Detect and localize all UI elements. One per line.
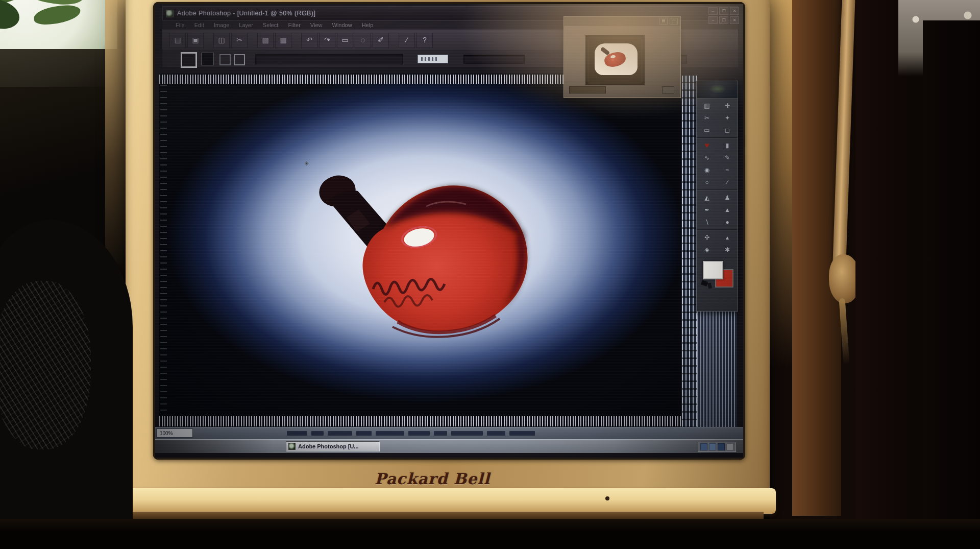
- smudge-tool-icon[interactable]: ≈: [717, 164, 738, 176]
- palette-close-icon[interactable]: ◠: [670, 18, 678, 25]
- option-square-1[interactable]: [219, 54, 231, 65]
- navigator-thumbnail[interactable]: [589, 39, 641, 82]
- menu-view[interactable]: View: [310, 22, 323, 28]
- draw-icon[interactable]: ✐: [373, 33, 389, 48]
- dodge-tool-icon[interactable]: ◭: [697, 192, 717, 204]
- option-field-2[interactable]: [463, 55, 525, 64]
- default-colors-icon[interactable]: [707, 282, 712, 289]
- option-value-box-1[interactable]: [418, 55, 448, 63]
- fill-swatch[interactable]: [201, 53, 214, 65]
- red-stamp-image: [296, 169, 544, 342]
- type-tool-icon[interactable]: ▲: [717, 204, 738, 216]
- desk-shadow: [0, 519, 980, 549]
- crop-tool-icon[interactable]: ▭: [697, 124, 717, 136]
- status-bar: 100%: [155, 427, 743, 440]
- close-button[interactable]: ✕: [730, 16, 739, 24]
- hand-tool-icon[interactable]: ✣: [697, 231, 717, 244]
- eraser-tool-icon[interactable]: ◻: [717, 124, 738, 136]
- open-file-icon[interactable]: ▣: [187, 33, 204, 48]
- cut-icon[interactable]: ✂: [231, 33, 248, 48]
- burn-tool-icon[interactable]: ♟: [717, 192, 738, 204]
- line-icon[interactable]: ∕: [399, 33, 415, 48]
- menu-window[interactable]: Window: [332, 22, 352, 28]
- navigator-thumbnail-frame: [585, 35, 645, 85]
- taskbar[interactable]: Adobe Photoshop [U...: [155, 439, 743, 453]
- copy-icon[interactable]: ▥: [257, 33, 274, 48]
- lasso-tool-icon[interactable]: ✂: [697, 112, 717, 124]
- magic-wand-tool-icon[interactable]: ✦: [717, 112, 738, 124]
- toolbox-palette: ▥✚✂✦▭◻ ♥▮∿✎◉≈○∕ ◭♟✒▲∖● ✣▴◈✱: [696, 81, 738, 312]
- crt-tick-strip-bottom: [159, 416, 681, 426]
- redo-icon[interactable]: ↷: [319, 33, 335, 48]
- move-tool-icon[interactable]: ✚: [717, 100, 738, 112]
- tray-icon-3[interactable]: [718, 443, 725, 450]
- navigator-title-bar[interactable]: ▤◠: [564, 17, 680, 26]
- mask-tool-icon[interactable]: ✱: [717, 244, 738, 256]
- option-square-2[interactable]: [234, 54, 245, 65]
- sweater-texture: [0, 281, 91, 449]
- window-controls[interactable]: –❒✕: [708, 7, 739, 15]
- status-hint-text: [287, 431, 535, 436]
- desktop: Adobe Photoshop - [Untitled-1 @ 50% (RGB…: [155, 4, 743, 458]
- stroke-swatch[interactable]: [181, 52, 197, 68]
- foreground-color-swatch[interactable]: [703, 261, 723, 279]
- stamp-tool-icon[interactable]: ◉: [697, 164, 717, 176]
- menu-image[interactable]: Image: [214, 22, 230, 28]
- photoshop-app-icon: [166, 10, 174, 17]
- palette-collapse-icon[interactable]: ▤: [659, 18, 668, 25]
- ellipse-icon[interactable]: ◌: [355, 33, 371, 48]
- blur-tool-icon[interactable]: ○: [697, 176, 717, 188]
- pen-tool-icon[interactable]: ✒: [697, 204, 717, 216]
- navigator-option-box[interactable]: [662, 86, 674, 93]
- paint-bucket-tool-icon[interactable]: ▮: [717, 139, 738, 152]
- menu-layer[interactable]: Layer: [239, 22, 253, 28]
- pencil-tool-icon[interactable]: ✎: [717, 152, 738, 164]
- tray-icon-1[interactable]: [700, 443, 707, 450]
- close-button[interactable]: ✕: [730, 7, 739, 15]
- crt-stripe-block: [697, 311, 737, 441]
- zoom-level-field[interactable]: 100%: [156, 428, 193, 438]
- maximize-button[interactable]: ❒: [719, 16, 728, 24]
- toolbox-section-view[interactable]: ✣▴◈✱: [697, 230, 738, 257]
- color-swatches: [697, 257, 738, 290]
- minimize-button[interactable]: –: [708, 7, 718, 15]
- marquee-icon[interactable]: ▭: [337, 33, 353, 48]
- airbrush-tool-icon[interactable]: ♥: [697, 139, 717, 152]
- power-button[interactable]: [605, 496, 609, 500]
- undo-icon[interactable]: ↶: [301, 33, 317, 48]
- window-title: Adobe Photoshop - [Untitled-1 @ 50% (RGB…: [177, 10, 315, 17]
- sharpen-tool-icon[interactable]: ∕: [717, 176, 738, 188]
- gradient-tool-icon[interactable]: ●: [717, 216, 738, 228]
- zoom-tool-icon[interactable]: ◈: [697, 244, 717, 256]
- menu-file[interactable]: File: [176, 22, 185, 28]
- document-window-controls[interactable]: –❒✕: [708, 16, 739, 24]
- new-file-icon[interactable]: ▤: [169, 33, 186, 48]
- photoshop-taskbar-button[interactable]: Adobe Photoshop [U...: [286, 441, 380, 451]
- help-icon[interactable]: ?: [416, 33, 433, 48]
- menu-filter[interactable]: Filter: [288, 22, 300, 28]
- paste-icon[interactable]: ▦: [275, 33, 291, 48]
- cursor-crosshair: ✳: [304, 160, 310, 166]
- eyedropper-tool-icon[interactable]: ▴: [717, 231, 738, 244]
- menu-select[interactable]: Select: [263, 22, 279, 28]
- brush-tool-icon[interactable]: ∿: [697, 152, 717, 164]
- toolbox-section-tone[interactable]: ◭♟✒▲∖●: [697, 190, 738, 230]
- maximize-button[interactable]: ❒: [719, 7, 728, 15]
- navigator-zoom-field[interactable]: [569, 86, 606, 93]
- scene: Adobe Photoshop - [Untitled-1 @ 50% (RGB…: [0, 0, 980, 549]
- menu-help[interactable]: Help: [362, 22, 374, 28]
- menu-edit[interactable]: Edit: [194, 22, 204, 28]
- minimize-button[interactable]: –: [708, 16, 718, 24]
- tray-icon-4[interactable]: [726, 443, 733, 450]
- option-field-1[interactable]: [255, 54, 403, 64]
- plant-leaf: [0, 0, 24, 37]
- document-canvas[interactable]: ✳: [159, 74, 681, 428]
- toolbox-section-paint[interactable]: ♥▮∿✎◉≈○∕: [697, 138, 738, 190]
- navigator-palette[interactable]: ▤◠: [564, 16, 681, 98]
- save-file-icon[interactable]: ◫: [213, 33, 230, 48]
- marquee-tool-icon[interactable]: ▥: [697, 100, 717, 112]
- line-tool-icon[interactable]: ∖: [697, 216, 717, 228]
- system-tray[interactable]: [698, 442, 736, 452]
- tray-icon-2[interactable]: [709, 443, 716, 450]
- toolbox-section-select[interactable]: ▥✚✂✦▭◻: [697, 98, 738, 138]
